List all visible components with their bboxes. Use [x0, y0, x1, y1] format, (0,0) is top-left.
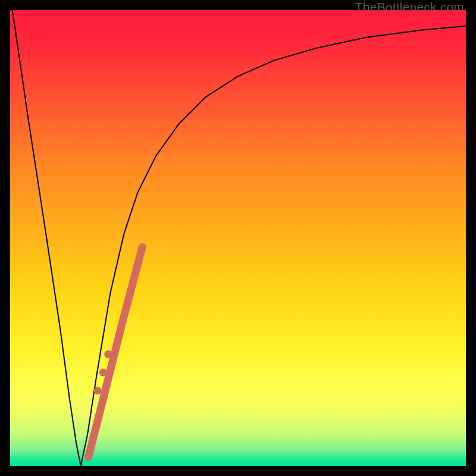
gradient-background [10, 10, 466, 466]
plot-area [10, 10, 466, 466]
highlight-dots-pt [99, 368, 107, 376]
chart-svg [10, 10, 466, 466]
highlight-dots-pt [104, 350, 112, 358]
highlight-dots-pt [94, 387, 102, 394]
watermark-text: TheBottleneck.com [355, 0, 464, 14]
outer-black-frame: TheBottleneck.com [0, 0, 476, 476]
